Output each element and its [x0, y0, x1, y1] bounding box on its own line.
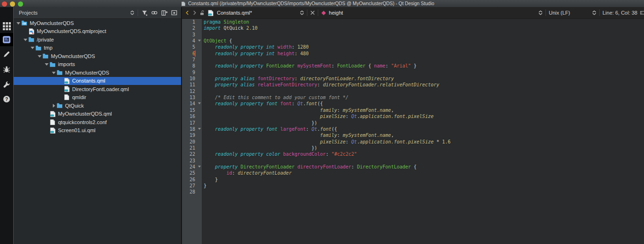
mode-button-design-mode[interactable]	[0, 48, 13, 61]
tree-collapsed-arrow[interactable]	[51, 103, 56, 108]
line-number[interactable]: 3	[182, 32, 202, 38]
line-number[interactable]: 12	[182, 88, 202, 94]
tree-item-myownclusterqds[interactable]: MyOwnclusterQDS	[14, 52, 181, 60]
tree-expanded-arrow[interactable]	[37, 54, 42, 59]
code-line-15[interactable]: family: mySystemFont.name,	[204, 107, 644, 113]
tree-expanded-arrow[interactable]	[44, 62, 49, 67]
line-number[interactable]: 20	[182, 139, 202, 145]
tree-item-imports[interactable]: imports	[14, 60, 181, 69]
code-line-22[interactable]: readonly property color backgroundColor:…	[204, 151, 644, 157]
line-number[interactable]: 24	[182, 164, 202, 170]
tree-item-qtquick[interactable]: QtQuick	[14, 101, 181, 110]
code-line-18[interactable]: readonly property font largeFont: Qt.fon…	[204, 126, 644, 132]
code-line-4[interactable]: QtObject {	[204, 38, 644, 44]
tree-item-myownclusterqds[interactable]: MyOwnclusterQDS	[14, 68, 181, 77]
code-line-25[interactable]: id: directoryFontLoader	[204, 170, 644, 176]
line-number[interactable]: 25	[182, 170, 202, 176]
line-number[interactable]: 15	[182, 107, 202, 113]
lineending-dropdown-icon[interactable]	[592, 9, 596, 16]
tree-item-myownclusterqds-qmlproject[interactable]: MyOwnclusterQDS.qmlproject	[14, 27, 181, 36]
tree-expanded-arrow[interactable]	[30, 45, 35, 50]
code-line-21[interactable]: })	[204, 145, 644, 151]
updown-icon[interactable]	[130, 9, 134, 16]
editor-body[interactable]: 1234567891011121314151617181920212223242…	[182, 19, 644, 244]
tree-expanded-arrow[interactable]	[51, 70, 56, 75]
line-number[interactable]: 10	[182, 76, 202, 82]
mode-button-debug-mode[interactable]	[0, 63, 13, 76]
tree-item-myownclusterqds[interactable]: MyOwnclusterQDS	[14, 19, 181, 27]
code-line-10[interactable]: property alias fontDirectory: directoryF…	[204, 76, 644, 82]
tree-item-constants-qml[interactable]: Constants.qml	[14, 77, 181, 85]
tree-item-tmp[interactable]: tmp	[14, 44, 181, 52]
line-number[interactable]: 1	[182, 19, 202, 25]
line-number[interactable]: 17	[182, 120, 202, 126]
line-number[interactable]: 16	[182, 113, 202, 119]
mode-button-help-mode[interactable]: ?	[0, 93, 13, 106]
tree-expanded-arrow[interactable]	[23, 37, 28, 42]
zoom-window[interactable]	[18, 1, 23, 7]
code-line-28[interactable]	[204, 189, 644, 195]
code-line-27[interactable]: }	[204, 183, 644, 189]
line-number[interactable]: 23	[182, 158, 202, 164]
link-icon[interactable]	[151, 10, 158, 16]
code-line-5[interactable]: readonly property int width: 1280	[204, 44, 644, 50]
close-document-button[interactable]	[310, 10, 315, 15]
code-line-17[interactable]: })	[204, 120, 644, 126]
open-file-name[interactable]: Constants.qml*	[217, 10, 252, 16]
line-number[interactable]: 26	[182, 177, 202, 183]
code-area[interactable]: pragma Singletonimport QtQuick 2.10 QtOb…	[204, 19, 644, 244]
line-number[interactable]: 9	[182, 69, 202, 76]
code-line-3[interactable]	[204, 32, 644, 38]
file-dropdown[interactable]	[300, 9, 304, 16]
fold-marker-icon[interactable]	[198, 166, 201, 168]
code-line-8[interactable]: readonly property FontLoader mySystemFon…	[204, 63, 644, 69]
fold-marker-icon[interactable]	[198, 102, 201, 104]
current-symbol[interactable]: height	[329, 10, 343, 16]
line-number[interactable]: 2	[182, 25, 202, 31]
filter-icon[interactable]	[141, 10, 148, 16]
mode-button-projects-mode[interactable]	[0, 78, 13, 92]
tree-item--private[interactable]: /private	[14, 35, 181, 44]
line-number[interactable]: 22	[182, 151, 202, 157]
forward-button[interactable]	[192, 10, 197, 16]
code-line-14[interactable]: readonly property font font: Qt.font({	[204, 101, 644, 107]
mode-button-edit-mode[interactable]	[0, 33, 13, 46]
code-line-26[interactable]: }	[204, 177, 644, 183]
encoding-dropdown-icon[interactable]	[538, 9, 543, 16]
close-window[interactable]	[2, 1, 7, 7]
line-number[interactable]: 6	[182, 50, 202, 57]
line-number[interactable]: 13	[182, 94, 202, 101]
back-button[interactable]	[185, 10, 190, 16]
lock-open-icon[interactable]	[199, 10, 205, 16]
code-line-1[interactable]: pragma Singleton	[204, 19, 644, 25]
tree-item-screen01-ui-qml[interactable]: Screen01.ui.qml	[14, 126, 181, 135]
panel-toggle-icon[interactable]	[640, 10, 644, 16]
line-number[interactable]: 4	[182, 38, 202, 44]
code-line-19[interactable]: family: mySystemFont.name,	[204, 132, 644, 138]
fold-marker-icon[interactable]	[198, 128, 201, 130]
line-number[interactable]: 5	[182, 44, 202, 50]
line-number[interactable]: 28	[182, 189, 202, 195]
code-line-2[interactable]: import QtQuick 2.10	[204, 25, 644, 31]
tree-item-directoryfontloader-qml[interactable]: DirectoryFontLoader.qml	[14, 85, 181, 93]
line-number[interactable]: 7	[182, 57, 202, 63]
code-line-20[interactable]: pixelSize: Qt.application.font.pixelSize…	[204, 139, 644, 145]
mode-button-welcome-mode[interactable]	[0, 19, 13, 33]
tree-item-myownclusterqds-qml[interactable]: MyOwnclusterQDS.qml	[14, 110, 181, 118]
code-line-24[interactable]: property DirectoryFontLoader directoryFo…	[204, 164, 644, 170]
code-line-11[interactable]: property alias relativeFontDirectory: di…	[204, 82, 644, 88]
code-line-6[interactable]: readonly property int height: 480	[204, 50, 644, 57]
tree-item-qmldir[interactable]: qmldir	[14, 93, 181, 102]
embed-icon[interactable]	[171, 10, 177, 16]
code-line-16[interactable]: pixelSize: Qt.application.font.pixelSize	[204, 113, 644, 119]
tree-expanded-arrow[interactable]	[16, 21, 21, 25]
minimize-window[interactable]	[10, 1, 15, 7]
line-number[interactable]: 14	[182, 101, 202, 107]
fold-marker-icon[interactable]	[198, 40, 201, 42]
code-line-9[interactable]	[204, 69, 644, 76]
line-number[interactable]: 11	[182, 82, 202, 88]
line-number[interactable]: 27	[182, 183, 202, 189]
encoding-selector[interactable]: Unix (LF)	[549, 10, 589, 16]
line-number[interactable]: 19	[182, 132, 202, 138]
code-line-7[interactable]	[204, 57, 644, 63]
